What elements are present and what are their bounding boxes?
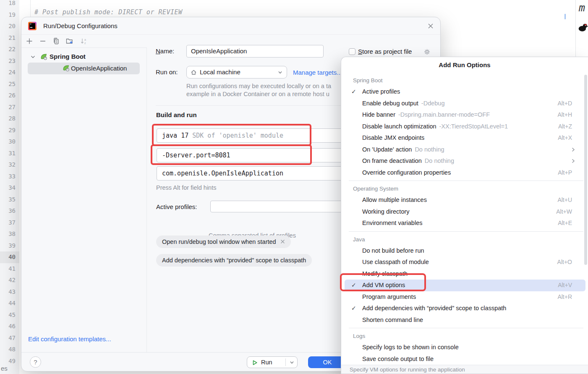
menu-item-hide-banner[interactable]: Hide banner-Dspring.main.banner-mode=OFF… bbox=[345, 109, 585, 121]
run-on-value: Local machine bbox=[200, 66, 240, 78]
menu-section-header-logs: Logs bbox=[341, 330, 588, 342]
menu-item-shortcut: Alt+D bbox=[557, 98, 572, 110]
menu-item-add-dependencies-with-provided-scope-to-[interactable]: ✓Add dependencies with “provided” scope … bbox=[345, 303, 585, 314]
line-number: 40 bbox=[0, 251, 19, 263]
active-profiles-label: Active profiles: bbox=[156, 201, 197, 213]
menu-item-use-classpath-of-module[interactable]: Use classpath of moduleAlt+O bbox=[345, 256, 585, 268]
store-as-project-file-checkbox[interactable] bbox=[349, 48, 355, 55]
manage-targets-link[interactable]: Manage targets... bbox=[293, 69, 342, 76]
partial-text: es bbox=[1, 365, 8, 372]
menu-item-add-vm-options[interactable]: ✓Add VM optionsAlt+V bbox=[345, 280, 585, 291]
checkmark-icon: ✓ bbox=[351, 303, 359, 314]
submenu-chevron-right-icon bbox=[570, 146, 576, 153]
menu-item-hint: -XX:TieredStopAtLevel=1 bbox=[439, 123, 508, 130]
remove-chip-icon[interactable] bbox=[280, 239, 285, 244]
chevron-down-icon[interactable] bbox=[30, 54, 36, 60]
tree-item-openisleapplication[interactable]: OpenIsleApplication bbox=[28, 63, 140, 74]
line-number: 36 bbox=[0, 205, 19, 217]
chevron-down-icon[interactable] bbox=[289, 359, 295, 366]
menu-item-hint: -Ddebug bbox=[421, 100, 445, 107]
popup-scrollbar[interactable] bbox=[584, 75, 587, 265]
menu-item-hint: Do nothing bbox=[425, 157, 454, 164]
menu-item-enable-debug-output[interactable]: Enable debug output-DdebugAlt+D bbox=[345, 98, 585, 110]
menu-item-label: Use classpath of module bbox=[362, 259, 429, 265]
tree-group-spring-boot[interactable]: Spring Boot bbox=[21, 51, 146, 63]
menu-item-label: Hide banner bbox=[362, 111, 395, 118]
active-profiles-input[interactable] bbox=[210, 201, 345, 212]
menu-separator bbox=[349, 231, 583, 232]
dialog-titlebar[interactable]: Run/Debug Configurations bbox=[21, 17, 440, 35]
menu-item-label: Disable JMX endpoints bbox=[362, 134, 424, 141]
menu-item-label: On frame deactivation bbox=[362, 157, 422, 164]
menu-item-allow-multiple-instances[interactable]: Allow multiple instancesAlt+U bbox=[345, 194, 585, 206]
menu-item-disable-launch-optimization[interactable]: Disable launch optimization-XX:TieredSto… bbox=[345, 121, 585, 133]
menu-separator bbox=[349, 180, 583, 181]
line-number: 32 bbox=[0, 159, 19, 171]
menu-item-shortcut: Alt+V bbox=[558, 280, 572, 291]
help-button[interactable]: ? bbox=[30, 356, 41, 368]
chip-label: Open run/debug tool window when started bbox=[162, 238, 276, 245]
submenu-chevron-right-icon bbox=[570, 158, 576, 164]
menu-item-label: Active profiles bbox=[362, 88, 400, 95]
vm-options-field[interactable]: -Dserver.port=8081 bbox=[157, 148, 345, 162]
line-number: 48 bbox=[0, 344, 19, 356]
menu-item-working-directory[interactable]: Working directoryAlt+W bbox=[345, 206, 585, 218]
menu-item-shortcut: Alt+Z bbox=[558, 121, 572, 133]
run-button-label: Run bbox=[261, 357, 272, 368]
name-input[interactable]: OpenIsleApplication bbox=[186, 45, 324, 58]
menu-item-environment-variables[interactable]: Environment variablesAlt+E bbox=[345, 217, 585, 229]
intellij-logo-icon bbox=[28, 22, 37, 30]
close-icon[interactable] bbox=[427, 22, 434, 30]
menu-item-on-update-action[interactable]: On 'Update' actionDo nothing bbox=[345, 144, 585, 156]
remove-icon[interactable] bbox=[39, 37, 47, 45]
chip-add-provided-dependencies[interactable]: Add dependencies with “provided” scope t… bbox=[156, 254, 312, 267]
sort-alphabetically-icon[interactable]: a z bbox=[80, 37, 88, 45]
menu-item-shortcut: Alt+W bbox=[556, 206, 572, 218]
menu-item-shorten-command-line[interactable]: Shorten command line bbox=[345, 314, 585, 326]
menu-item-save-console-output-to-file[interactable]: Save console output to file bbox=[345, 353, 585, 365]
line-number: 45 bbox=[0, 309, 19, 321]
edit-configuration-templates-link[interactable]: Edit configuration templates... bbox=[28, 335, 111, 343]
screen: 1819202122232425262728293031323334353637… bbox=[0, 0, 588, 374]
run-button[interactable]: Run bbox=[247, 356, 298, 368]
run-on-help-line2: example in a Docker Container or on a re… bbox=[186, 90, 367, 98]
menu-item-label: Save console output to file bbox=[362, 356, 434, 362]
menu-item-active-profiles[interactable]: ✓Active profiles bbox=[345, 86, 585, 98]
menu-item-label: Override configuration properties bbox=[362, 169, 451, 176]
jre-field[interactable]: java 17 SDK of 'openisle' module bbox=[157, 128, 345, 143]
run-on-select[interactable]: Local machine bbox=[186, 66, 287, 78]
menu-item-shortcut: Alt+X bbox=[558, 132, 572, 144]
tree-item-label: OpenIsleApplication bbox=[71, 63, 127, 74]
run-on-help-line1: Run configurations may be executed local… bbox=[186, 82, 367, 90]
menu-item-do-not-build-before-run[interactable]: Do not build before run bbox=[345, 245, 585, 257]
menu-separator bbox=[349, 328, 583, 328]
checkmark-icon: ✓ bbox=[351, 86, 359, 98]
menu-item-specify-logs-to-be-shown-in-console[interactable]: Specify logs to be shown in console bbox=[345, 342, 585, 353]
chip-open-run-tool-window[interactable]: Open run/debug tool window when started bbox=[156, 235, 291, 248]
menu-item-label: Environment variables bbox=[362, 220, 422, 226]
menu-item-shortcut: Alt+H bbox=[557, 109, 572, 121]
menu-item-shortcut: Alt+E bbox=[558, 217, 572, 229]
svg-text:a: a bbox=[84, 38, 86, 41]
menu-item-on-frame-deactivation[interactable]: On frame deactivationDo nothing bbox=[345, 155, 585, 167]
menu-item-disable-jmx-endpoints[interactable]: Disable JMX endpointsAlt+X bbox=[345, 132, 585, 144]
main-class-field[interactable]: com.openisle.OpenIsleApplication bbox=[157, 166, 345, 180]
copy-icon[interactable] bbox=[52, 37, 60, 45]
jre-hint: SDK of 'openisle' module bbox=[188, 132, 283, 139]
gear-icon[interactable] bbox=[423, 48, 431, 55]
line-number: 22 bbox=[0, 44, 19, 55]
menu-item-program-arguments[interactable]: Program argumentsAlt+R bbox=[345, 291, 585, 303]
run-button-divider bbox=[285, 358, 286, 366]
menu-item-modify-classpath[interactable]: Modify classpath bbox=[345, 268, 585, 280]
menu-section-header-java: Java bbox=[341, 234, 588, 245]
line-number: 39 bbox=[0, 240, 19, 252]
menu-item-label: Disable launch optimization bbox=[362, 123, 436, 130]
menu-section-header-spring-boot: Spring Boot bbox=[341, 75, 588, 86]
line-number: 23 bbox=[0, 55, 19, 67]
jre-value: java 17 bbox=[162, 132, 188, 139]
menu-item-label: Allow multiple instances bbox=[362, 196, 427, 203]
bird-icon bbox=[578, 22, 588, 33]
menu-item-override-configuration-properties[interactable]: Override configuration propertiesAlt+P bbox=[345, 167, 585, 179]
add-icon[interactable] bbox=[26, 37, 33, 45]
new-folder-icon[interactable] bbox=[66, 37, 73, 45]
